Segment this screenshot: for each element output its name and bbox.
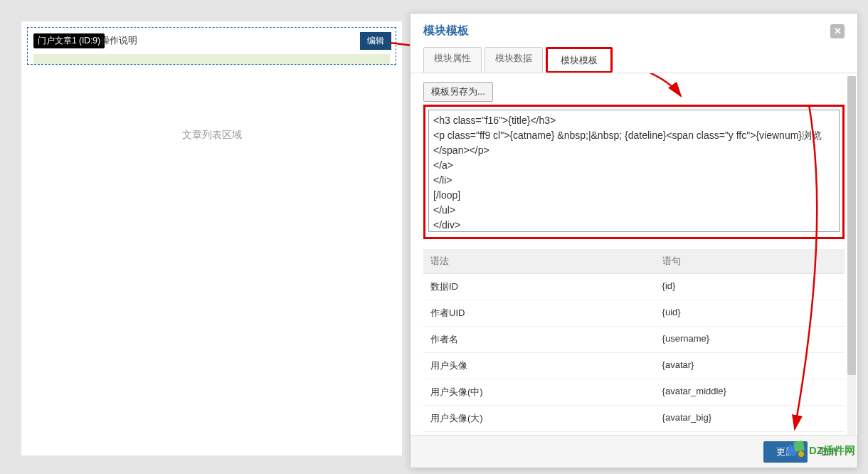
ref-code: {avatar_middle} [655,379,845,405]
tab-row: 模块属性 模块数据 模块模板 [411,44,857,73]
table-row: 作者名 {username} [423,327,845,353]
module-header: 门户文章1 (ID:9)操作说明 编辑 [28,28,396,54]
ref-label: 作者UID [423,300,655,326]
close-icon[interactable]: ✕ [830,24,845,38]
ref-label: 数据ID [423,274,655,300]
tab-module-attr[interactable]: 模块属性 [423,47,482,73]
modal-title: 模块模板 [423,23,469,38]
template-textarea[interactable] [428,110,840,232]
ref-header-syntax: 语法 [423,249,655,273]
template-save-as-button[interactable]: 模板另存为... [423,82,493,102]
module-block: 门户文章1 (ID:9)操作说明 编辑 [27,27,396,65]
watermark: DZ插件网 [788,441,855,460]
ref-code: {uid} [655,300,845,326]
modal-scrollbar-thumb[interactable] [847,76,856,375]
module-id-tag: 门户文章1 (ID:9) [33,33,105,48]
edit-button[interactable]: 编辑 [360,32,391,50]
module-template-modal: 模块模板 ✕ 模块属性 模块数据 模块模板 模板另存为... 语法 语句 数据I… [410,13,858,468]
ref-label: 用户头像(中) [423,379,655,405]
tab-module-data[interactable]: 模块数据 [485,47,543,73]
table-row: 用户头像 {avatar} [423,353,845,379]
left-panel: 门户文章1 (ID:9)操作说明 编辑 文章列表区域 [21,21,402,455]
ref-code: {avatar_big} [655,406,845,431]
article-list-placeholder: 文章列表区域 [21,129,402,142]
ref-label: 用户头像 [423,353,655,379]
template-textarea-highlight [423,105,845,239]
module-strip [33,54,390,64]
reference-table-body: 数据ID {id} 作者UID {uid} 作者名 {username} 用户头… [423,274,845,432]
table-row: 数据ID {id} [423,274,845,300]
tab-highlight-box: 模块模板 [546,47,613,73]
watermark-text: DZ插件网 [809,444,855,458]
ref-code: {avatar} [655,353,845,379]
table-row: 作者UID {uid} [423,300,845,327]
reference-table-header: 语法 语句 [423,249,845,274]
watermark-logo-icon [788,441,806,460]
ref-label: 作者名 [423,327,655,352]
module-title-wrap: 门户文章1 (ID:9)操作说明 [33,33,137,48]
ref-header-statement: 语句 [655,249,845,273]
arrow-annotation-2 [574,73,702,103]
tab-module-template[interactable]: 模块模板 [548,50,610,71]
ref-code: {id} [655,274,845,300]
ref-code: {username} [655,327,845,352]
modal-body: 模板另存为... 语法 语句 数据ID {id} 作者UID {uid} 作者名 [411,73,857,452]
ref-label: 用户头像(大) [423,406,655,431]
table-row: 用户头像(中) {avatar_middle} [423,379,845,406]
modal-header: 模块模板 ✕ [411,14,857,44]
module-title-suffix: 操作说明 [100,35,137,46]
table-row: 用户头像(大) {avatar_big} [423,406,845,432]
